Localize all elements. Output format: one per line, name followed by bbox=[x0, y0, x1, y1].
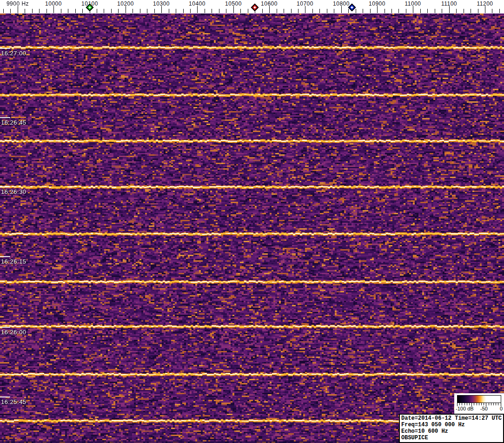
colorbar-tick bbox=[462, 403, 462, 405]
minor-tick bbox=[284, 9, 284, 13]
time-label-4: 16:26:00 bbox=[1, 329, 27, 336]
time-label-3: 16:26:15 bbox=[1, 258, 27, 265]
minor-tick bbox=[464, 9, 464, 13]
colorbar-gradient bbox=[457, 395, 501, 403]
colorbar-tick bbox=[484, 403, 484, 405]
colorbar-max-label: 0 bbox=[500, 406, 503, 411]
colorbar-tick bbox=[479, 403, 479, 405]
info-box: Date=2014-06-12 Time=14:27 UTC Freq=143 … bbox=[399, 414, 504, 443]
minor-tick bbox=[61, 9, 61, 13]
minor-tick bbox=[46, 9, 47, 13]
freq-label: 11200 bbox=[477, 0, 493, 7]
colorbar-tick bbox=[467, 403, 467, 405]
minor-tick bbox=[140, 9, 140, 13]
minor-tick bbox=[363, 9, 363, 13]
minor-tick bbox=[391, 9, 392, 13]
time-tick-dash bbox=[0, 327, 10, 328]
minor-tick bbox=[104, 9, 104, 13]
minor-tick bbox=[97, 9, 97, 13]
colorbar-tick bbox=[481, 403, 482, 405]
colorbar-tick bbox=[459, 403, 460, 405]
minor-tick bbox=[298, 9, 298, 13]
minor-tick bbox=[154, 9, 155, 13]
time-tick-dash bbox=[0, 397, 10, 397]
minor-tick bbox=[111, 9, 112, 13]
time-label-0: 16:27:00 bbox=[1, 50, 27, 57]
major-tick bbox=[341, 6, 342, 13]
minor-tick bbox=[240, 9, 241, 13]
minor-tick bbox=[370, 9, 371, 13]
major-tick bbox=[449, 6, 450, 13]
freq-label: 11000 bbox=[405, 0, 421, 7]
minor-tick bbox=[327, 9, 327, 13]
green-marker-dot bbox=[88, 6, 91, 9]
freq-label: 10800 bbox=[333, 0, 350, 7]
info-echo: Echo=10 600 Hz bbox=[401, 428, 503, 435]
colorbar-tick bbox=[489, 403, 489, 405]
colorbar-tick bbox=[469, 403, 470, 405]
time-label-1: 16:26:45 bbox=[1, 119, 27, 126]
minor-tick bbox=[32, 9, 33, 13]
minor-tick bbox=[190, 9, 191, 13]
colorbar-panel: -100 dB -50 0 bbox=[454, 393, 504, 414]
freq-label: 10200 bbox=[117, 0, 134, 7]
colorbar-tick bbox=[477, 403, 477, 405]
minor-tick bbox=[442, 9, 442, 13]
minor-tick bbox=[133, 9, 133, 13]
time-tick-dash bbox=[0, 256, 10, 257]
colorbar-tick bbox=[493, 403, 494, 405]
colorbar-mid-label: -50 bbox=[480, 406, 488, 411]
minor-tick bbox=[219, 9, 219, 13]
minor-tick bbox=[277, 9, 277, 13]
frequency-ruler[interactable]: 9900 Hz100001010010200103001040010500106… bbox=[0, 0, 504, 13]
major-tick bbox=[305, 6, 305, 13]
minor-tick bbox=[471, 9, 471, 13]
major-tick bbox=[269, 6, 270, 13]
minor-tick bbox=[492, 9, 492, 13]
major-tick bbox=[233, 6, 234, 13]
colorbar-tick bbox=[496, 403, 496, 405]
waterfall-display: 9900 Hz100001010010200103001040010500106… bbox=[0, 0, 504, 443]
time-tick-dash bbox=[0, 186, 10, 187]
colorbar-tick bbox=[474, 403, 474, 405]
minor-tick bbox=[75, 9, 76, 13]
minor-tick bbox=[291, 9, 292, 13]
minor-tick bbox=[147, 9, 147, 13]
red-marker-diamond[interactable] bbox=[251, 4, 259, 12]
major-tick bbox=[485, 6, 485, 13]
minor-tick bbox=[212, 9, 212, 13]
time-label-5: 16:25:45 bbox=[1, 398, 27, 405]
major-tick bbox=[18, 6, 18, 13]
info-station: OBSUPICE bbox=[401, 435, 503, 441]
minor-tick bbox=[319, 9, 320, 13]
major-tick bbox=[126, 6, 126, 13]
minor-tick bbox=[356, 9, 356, 13]
spectrogram-canvas bbox=[0, 13, 504, 443]
minor-tick bbox=[385, 9, 385, 13]
major-tick bbox=[161, 6, 162, 13]
time-tick-dash bbox=[0, 48, 10, 49]
minor-tick bbox=[427, 9, 428, 13]
minor-tick bbox=[499, 9, 500, 13]
minor-tick bbox=[25, 9, 25, 13]
minor-tick bbox=[68, 9, 68, 13]
minor-tick bbox=[3, 9, 4, 13]
minor-tick bbox=[334, 9, 334, 13]
minor-tick bbox=[420, 9, 421, 13]
minor-tick bbox=[10, 9, 11, 13]
freq-label: 10900 bbox=[369, 0, 385, 7]
minor-tick bbox=[456, 9, 457, 13]
minor-tick bbox=[262, 9, 263, 13]
colorbar-min-label: -100 dB bbox=[456, 406, 474, 411]
minor-tick bbox=[39, 9, 40, 13]
freq-label: 10300 bbox=[153, 0, 170, 7]
major-tick bbox=[53, 6, 54, 13]
major-tick bbox=[413, 6, 413, 13]
red-marker-dot bbox=[253, 6, 256, 9]
colorbar-tick bbox=[498, 403, 498, 405]
freq-label: 10000 bbox=[45, 0, 62, 7]
minor-tick bbox=[406, 9, 406, 13]
freq-label: 10600 bbox=[261, 0, 278, 7]
minor-tick bbox=[348, 9, 349, 13]
minor-tick bbox=[176, 9, 176, 13]
